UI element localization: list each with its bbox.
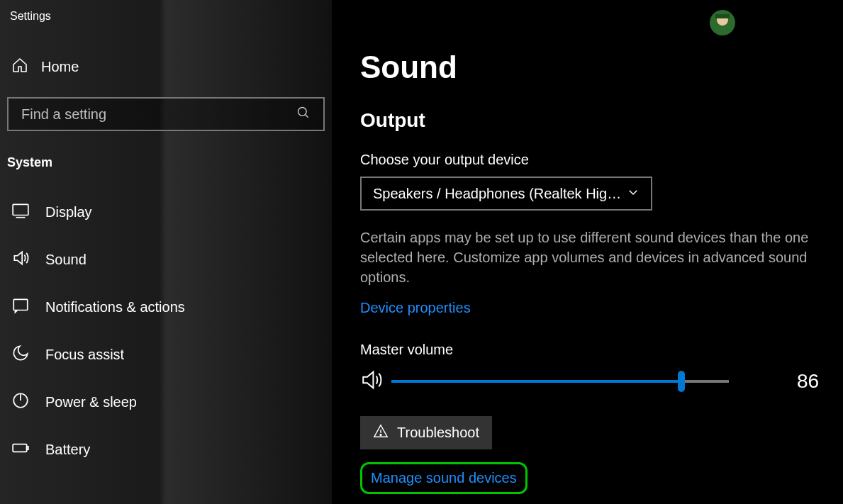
settings-sidebar: Settings Home System Display	[0, 0, 332, 504]
svg-rect-11	[715, 14, 730, 18]
master-volume-row: 86	[360, 368, 843, 395]
sidebar-item-label: Focus assist	[45, 347, 124, 363]
search-input-wrapper[interactable]	[7, 97, 325, 131]
svg-rect-2	[13, 204, 28, 215]
warning-icon	[373, 423, 389, 442]
sidebar-item-notifications[interactable]: Notifications & actions	[7, 284, 325, 331]
focus-assist-icon	[11, 344, 30, 366]
home-button[interactable]: Home	[7, 30, 325, 97]
sidebar-item-label: Display	[45, 204, 92, 220]
main-panel: Sound Output Choose your output device S…	[332, 0, 843, 504]
manage-sound-devices-link[interactable]: Manage sound devices	[371, 470, 517, 486]
sidebar-item-sound[interactable]: Sound	[7, 236, 325, 284]
svg-line-1	[306, 115, 308, 118]
troubleshoot-button[interactable]: Troubleshoot	[360, 416, 492, 449]
svg-rect-4	[13, 299, 28, 310]
svg-rect-7	[13, 444, 26, 452]
section-header-system: System	[7, 155, 325, 189]
power-icon	[11, 391, 30, 413]
notifications-icon	[11, 296, 30, 318]
sidebar-item-focus-assist[interactable]: Focus assist	[7, 331, 325, 379]
home-icon	[11, 57, 28, 77]
choose-output-label: Choose your output device	[360, 152, 843, 168]
sidebar-item-label: Battery	[45, 442, 90, 458]
page-title: Sound	[360, 50, 843, 85]
master-volume-value: 86	[797, 370, 819, 393]
device-properties-link[interactable]: Device properties	[360, 300, 471, 316]
avatar	[708, 9, 737, 37]
app-title: Settings	[7, 7, 325, 30]
home-label: Home	[41, 59, 79, 75]
display-icon	[11, 201, 30, 223]
output-device-dropdown[interactable]: Speakers / Headphones (Realtek Hig…	[360, 177, 652, 211]
sidebar-item-battery[interactable]: Battery	[7, 426, 325, 474]
output-heading: Output	[360, 109, 843, 132]
svg-point-13	[380, 435, 381, 436]
svg-point-0	[298, 108, 307, 116]
master-volume-label: Master volume	[360, 342, 843, 358]
master-volume-slider[interactable]	[391, 373, 729, 390]
output-description: Certain apps may be set up to use differ…	[360, 228, 828, 287]
svg-rect-8	[27, 447, 28, 449]
battery-icon	[11, 439, 30, 461]
search-input[interactable]	[21, 106, 277, 123]
slider-thumb[interactable]	[678, 371, 685, 392]
output-device-selected: Speakers / Headphones (Realtek Hig…	[373, 186, 621, 202]
speaker-icon[interactable]	[360, 368, 384, 395]
sidebar-item-display[interactable]: Display	[7, 189, 325, 236]
search-icon	[296, 106, 311, 123]
sidebar-item-label: Sound	[45, 252, 86, 268]
sidebar-item-power-sleep[interactable]: Power & sleep	[7, 379, 325, 426]
manage-sound-devices-highlight: Manage sound devices	[360, 462, 527, 494]
slider-fill	[391, 380, 681, 383]
chevron-down-icon	[627, 186, 640, 202]
sound-icon	[11, 249, 30, 271]
sidebar-item-label: Notifications & actions	[45, 299, 185, 315]
sidebar-item-label: Power & sleep	[45, 394, 137, 410]
troubleshoot-label: Troubleshoot	[397, 425, 479, 441]
